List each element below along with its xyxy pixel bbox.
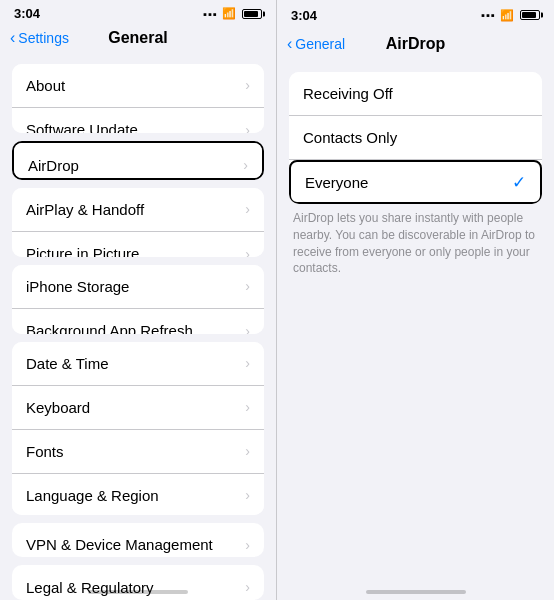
- row-label-iphone-storage: iPhone Storage: [26, 278, 129, 295]
- time-right: 3:04: [291, 8, 317, 23]
- row-label-receiving-off: Receiving Off: [303, 85, 393, 102]
- home-indicator-right: [366, 590, 466, 594]
- airdrop-options-group: Receiving Off Contacts Only Everyone ✓: [289, 72, 542, 204]
- nav-title-left: General: [108, 29, 168, 47]
- list-item-everyone[interactable]: Everyone ✓: [289, 160, 542, 204]
- chevron-icon: ›: [245, 246, 250, 257]
- settings-group-7: Legal & Regulatory ›: [12, 565, 264, 600]
- settings-group-1: About › Software Update ›: [12, 64, 264, 133]
- chevron-icon: ›: [245, 355, 250, 371]
- status-icons-right: ▪▪▪ 📶: [481, 9, 540, 22]
- battery-icon: [242, 9, 262, 19]
- back-label-left[interactable]: Settings: [18, 30, 69, 46]
- left-panel: 3:04 ▪▪▪ 📶 ‹ Settings General About › So…: [0, 0, 277, 600]
- cellular-icon: ▪▪▪: [203, 8, 218, 20]
- wifi-icon-right: 📶: [500, 9, 514, 22]
- chevron-icon: ›: [243, 157, 248, 173]
- list-item[interactable]: Legal & Regulatory ›: [12, 565, 264, 600]
- list-item[interactable]: Fonts ›: [12, 430, 264, 474]
- settings-group-5: Date & Time › Keyboard › Fonts › Languag…: [12, 342, 264, 515]
- row-label-picture: Picture in Picture: [26, 245, 139, 257]
- chevron-icon: ›: [245, 399, 250, 415]
- nav-bar-right: ‹ General AirDrop: [277, 28, 554, 64]
- home-indicator-left: [88, 590, 188, 594]
- row-label-everyone: Everyone: [305, 174, 368, 191]
- row-label-datetime: Date & Time: [26, 355, 109, 372]
- back-chevron-left: ‹: [10, 29, 15, 47]
- back-chevron-right: ‹: [287, 35, 292, 53]
- battery-icon-right: [520, 10, 540, 20]
- row-label-keyboard: Keyboard: [26, 399, 90, 416]
- row-label-language: Language & Region: [26, 487, 159, 504]
- chevron-icon: ›: [245, 201, 250, 217]
- chevron-icon: ›: [245, 323, 250, 334]
- checkmark-icon: ✓: [512, 172, 526, 193]
- list-item[interactable]: VPN & Device Management ›: [12, 523, 264, 558]
- list-item[interactable]: Date & Time ›: [12, 342, 264, 386]
- chevron-icon: ›: [245, 579, 250, 595]
- status-icons-left: ▪▪▪ 📶: [203, 7, 262, 20]
- row-label-vpn: VPN & Device Management: [26, 536, 213, 553]
- list-item[interactable]: Background App Refresh ›: [12, 309, 264, 334]
- list-item[interactable]: Picture in Picture ›: [12, 232, 264, 257]
- list-item[interactable]: Keyboard ›: [12, 386, 264, 430]
- row-label-contacts-only: Contacts Only: [303, 129, 397, 146]
- settings-group-6: VPN & Device Management ›: [12, 523, 264, 558]
- back-button-left[interactable]: ‹ Settings: [10, 29, 69, 47]
- airdrop-description: AirDrop lets you share instantly with pe…: [289, 210, 542, 277]
- chevron-icon: ›: [245, 537, 250, 553]
- row-label-software-update: Software Update: [26, 121, 138, 133]
- settings-group-4: iPhone Storage › Background App Refresh …: [12, 265, 264, 334]
- settings-group-airdrop: AirDrop ›: [12, 141, 264, 180]
- back-button-right[interactable]: ‹ General: [287, 35, 345, 53]
- wifi-icon: 📶: [222, 7, 236, 20]
- nav-title-right: AirDrop: [386, 35, 446, 53]
- list-item[interactable]: Software Update ›: [12, 108, 264, 133]
- chevron-icon: ›: [245, 122, 250, 133]
- row-label-airplay: AirPlay & Handoff: [26, 201, 144, 218]
- list-item[interactable]: AirPlay & Handoff ›: [12, 188, 264, 232]
- row-label-background-refresh: Background App Refresh: [26, 322, 193, 334]
- status-bar-left: 3:04 ▪▪▪ 📶: [0, 0, 276, 25]
- chevron-icon: ›: [245, 487, 250, 503]
- row-label-fonts: Fonts: [26, 443, 64, 460]
- chevron-icon: ›: [245, 77, 250, 93]
- list-item-airdrop[interactable]: AirDrop ›: [14, 143, 262, 180]
- list-item-receiving-off[interactable]: Receiving Off: [289, 72, 542, 116]
- row-label-airdrop: AirDrop: [28, 157, 79, 174]
- nav-bar-left: ‹ Settings General: [0, 25, 276, 56]
- list-item-contacts-only[interactable]: Contacts Only: [289, 116, 542, 160]
- list-item[interactable]: iPhone Storage ›: [12, 265, 264, 309]
- time-left: 3:04: [14, 6, 40, 21]
- right-panel: 3:04 ▪▪▪ 📶 ‹ General AirDrop Receiving O…: [277, 0, 554, 600]
- list-item[interactable]: Language & Region ›: [12, 474, 264, 515]
- list-item[interactable]: About ›: [12, 64, 264, 108]
- chevron-icon: ›: [245, 278, 250, 294]
- cellular-icon-right: ▪▪▪: [481, 9, 496, 21]
- back-label-right[interactable]: General: [295, 36, 345, 52]
- row-label-about: About: [26, 77, 65, 94]
- status-bar-right: 3:04 ▪▪▪ 📶: [277, 0, 554, 28]
- chevron-icon: ›: [245, 443, 250, 459]
- settings-group-3: AirPlay & Handoff › Picture in Picture ›: [12, 188, 264, 257]
